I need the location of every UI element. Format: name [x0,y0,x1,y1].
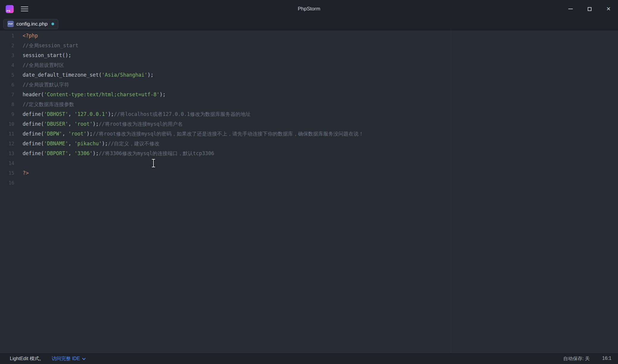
line-number: 9 [0,109,14,119]
code-text: date_default_timezone_set('Asia/Shanghai… [23,70,153,80]
tab-label: config.inc.php [16,21,48,27]
code-line[interactable]: 1<?php [0,31,618,41]
maximize-icon [588,7,592,11]
code-text: <?php [23,31,38,41]
line-number: 5 [0,70,14,80]
code-line[interactable]: 12define('DBNAME', 'pikachu');//自定义，建议不修… [0,139,618,149]
line-number: 13 [0,149,14,158]
code-text: ?> [23,168,29,178]
line-number: 8 [0,100,14,109]
code-editor[interactable]: 1<?php2//全局session_start3session_start()… [0,30,618,353]
line-number: 3 [0,51,14,60]
code-line[interactable]: 2//全局session_start [0,41,618,51]
phpstorm-logo-icon: PS [6,5,14,13]
close-button[interactable]: ✕ [599,0,618,18]
code-text: define('DBPORT', '3306');//将3306修改为mysql… [23,149,214,158]
code-line[interactable]: 5date_default_timezone_set('Asia/Shangha… [0,70,618,80]
window-controls: ✕ [561,0,618,18]
code-line[interactable]: 13define('DBPORT', '3306');//将3306修改为mys… [0,149,618,158]
titlebar: PS PhpStorm ✕ [0,0,618,18]
modified-indicator-dot[interactable] [51,23,54,25]
line-number: 15 [0,168,14,178]
line-number: 4 [0,60,14,70]
maximize-button[interactable] [580,0,599,18]
ibeam-mouse-cursor [150,158,157,168]
code-line[interactable]: 4//全局居设置时区 [0,60,618,70]
code-text: header('Content-type:text/html;charset=u… [23,90,166,100]
access-full-ide-link[interactable]: 访问完整 IDE [52,356,85,362]
phpstorm-window: PS PhpStorm ✕ PHP config.inc.php 1<?php2… [0,0,618,364]
status-widgets: 自动保存: 关 16:1 [563,356,611,362]
code-line[interactable]: 16 [0,178,618,188]
line-number: 1 [0,31,14,41]
minimize-button[interactable] [561,0,580,18]
code-text: //全局居设置时区 [23,60,64,70]
minimize-icon [568,9,573,9]
code-text: define('DBPW', 'root');//将root修改为连接mysql… [23,129,364,139]
code-line[interactable]: 3session_start(); [0,51,618,60]
code-line[interactable]: 7header('Content-type:text/html;charset=… [0,90,618,100]
code-line[interactable]: 6//全局设置默认字符 [0,80,618,90]
caret-position-widget[interactable]: 16:1 [602,356,611,362]
code-line[interactable]: 8//定义数据库连接参数 [0,100,618,109]
line-number: 6 [0,80,14,90]
line-number: 12 [0,139,14,149]
code-line[interactable]: 15?> [0,168,618,178]
right-margin-guide [451,30,451,353]
lightedit-mode-label: LightEdit 模式。 [10,356,44,362]
code-line[interactable]: 14 [0,158,618,168]
line-number: 2 [0,41,14,51]
code-text: //定义数据库连接参数 [23,100,74,109]
autosave-status-widget[interactable]: 自动保存: 关 [563,356,590,362]
code-line[interactable]: 11define('DBPW', 'root');//将root修改为连接mys… [0,129,618,139]
line-number: 11 [0,129,14,139]
code-line[interactable]: 10define('DBUSER', 'root');//将root修改为连接m… [0,119,618,129]
window-title: PhpStorm [0,6,618,12]
line-number: 16 [0,178,14,188]
tab-config-inc-php[interactable]: PHP config.inc.php [3,19,58,29]
tab-bar: PHP config.inc.php [0,18,618,30]
editor-lines: 1<?php2//全局session_start3session_start()… [0,31,618,188]
line-number: 7 [0,90,14,100]
main-menu-icon[interactable] [21,0,28,18]
php-file-icon: PHP [7,21,14,27]
code-text: //全局session_start [23,41,79,51]
code-text: define('DBUSER', 'root');//将root修改为连接mys… [23,119,183,129]
chevron-down-icon [82,357,85,360]
code-line[interactable]: 9define('DBHOST', '127.0.0.1');//将localh… [0,109,618,119]
code-text: define('DBHOST', '127.0.0.1');//将localho… [23,109,251,119]
status-bar: LightEdit 模式。 访问完整 IDE 自动保存: 关 16:1 [0,353,618,364]
code-text: define('DBNAME', 'pikachu');//自定义，建议不修改 [23,139,159,149]
line-number: 14 [0,158,14,168]
code-text: session_start(); [23,51,71,60]
code-text: //全局设置默认字符 [23,80,69,90]
access-full-ide-label: 访问完整 IDE [52,356,80,362]
line-number: 10 [0,119,14,129]
